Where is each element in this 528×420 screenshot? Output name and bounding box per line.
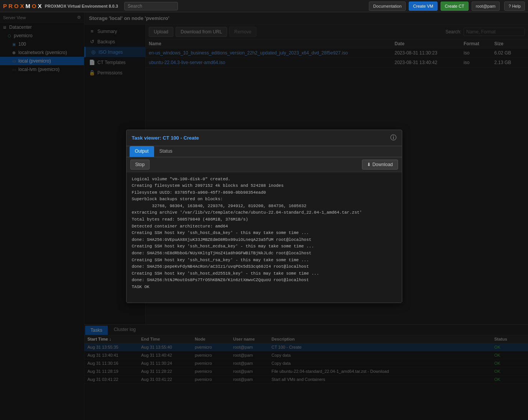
task-dialog-close-button[interactable]: ⓘ <box>390 134 396 142</box>
download-icon: ⬇ <box>367 162 371 167</box>
app-title: PROXMOX Virtual Environment 8.0.3 <box>45 4 118 8</box>
tab-output[interactable]: Output <box>130 146 154 157</box>
topbar: P R O X M O X PROXMOX Virtual Environmen… <box>0 0 528 12</box>
task-dialog-header: Task viewer: CT 100 - Create ⓘ <box>127 130 402 146</box>
task-output: Logical volume "vm-100-disk-0" created. … <box>127 172 402 303</box>
main-layout: Server View ⚙ 🖥Datacenter⬡pvemicro▣100⬢l… <box>0 12 528 420</box>
help-button[interactable]: ? Help <box>504 2 525 11</box>
logo: P R O X M O X PROXMOX Virtual Environmen… <box>3 3 118 9</box>
task-download-label: Download <box>372 162 393 167</box>
task-dialog-title: Task viewer: CT 100 - Create <box>132 135 199 141</box>
documentation-button[interactable]: Documentation <box>369 2 406 11</box>
create-ct-button[interactable]: Create CT <box>441 2 469 11</box>
task-dialog: Task viewer: CT 100 - Create ⓘ Output St… <box>126 130 402 303</box>
task-stop-button[interactable]: Stop <box>130 160 150 170</box>
search-input[interactable] <box>124 2 178 10</box>
user-menu-button[interactable]: root@pam <box>472 2 500 11</box>
task-dialog-overlay: Task viewer: CT 100 - Create ⓘ Output St… <box>0 12 528 420</box>
create-vm-button[interactable]: Create VM <box>409 2 438 11</box>
task-tabs: Output Status <box>127 146 402 157</box>
tab-status[interactable]: Status <box>154 146 178 157</box>
task-download-button[interactable]: ⬇ Download <box>362 160 398 170</box>
task-toolbar: Stop ⬇ Download <box>127 157 402 172</box>
